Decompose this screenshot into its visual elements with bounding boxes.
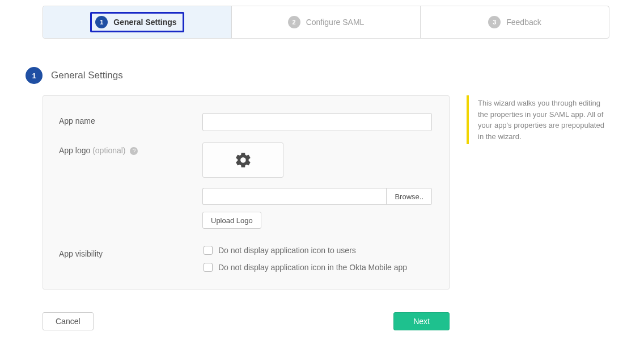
logo-file-path[interactable] [202,188,386,205]
wizard-step-feedback[interactable]: 3 Feedback [420,6,609,38]
logo-preview [202,142,283,178]
step-label: Feedback [506,18,541,27]
wizard-step-configure-saml[interactable]: 2 Configure SAML [231,6,420,38]
upload-logo-button[interactable]: Upload Logo [202,212,261,229]
wizard-info-panel: This wizard walks you through editing th… [467,95,608,144]
step-number-badge: 1 [95,16,108,28]
section-title: General Settings [51,70,123,81]
app-visibility-label: App visibility [59,246,204,258]
visibility-users-label: Do not display application icon to users [218,246,356,255]
step-label: General Settings [113,18,176,27]
section-header: 1 General Settings [26,67,627,84]
step-number-badge: 2 [288,16,300,28]
form-footer: Cancel Next [43,312,450,330]
cancel-button[interactable]: Cancel [43,312,94,330]
visibility-users-checkbox[interactable] [204,246,213,255]
step-number-badge: 3 [488,16,501,28]
next-button[interactable]: Next [393,312,450,330]
highlight-current-step: 1 General Settings [90,12,184,32]
section-number-badge: 1 [26,67,43,84]
optional-hint: (optional) [90,146,128,155]
help-icon[interactable]: ? [130,147,138,155]
wizard-info-text: This wizard walks you through editing th… [478,99,604,141]
app-logo-label-text: App logo [59,146,90,155]
general-settings-form: App name App logo (optional) ? [43,95,450,290]
app-name-input[interactable] [202,113,432,131]
browse-button[interactable]: Browse.. [386,188,432,205]
wizard-step-general-settings[interactable]: 1 General Settings [43,6,231,38]
gear-icon [234,151,252,169]
app-logo-label: App logo (optional) ? [59,142,202,155]
visibility-mobile-label: Do not display application icon in the O… [218,263,407,272]
step-label: Configure SAML [306,18,365,27]
app-name-label: App name [59,113,202,125]
wizard-steps: 1 General Settings 2 Configure SAML 3 Fe… [43,6,609,39]
visibility-mobile-checkbox[interactable] [204,263,213,272]
